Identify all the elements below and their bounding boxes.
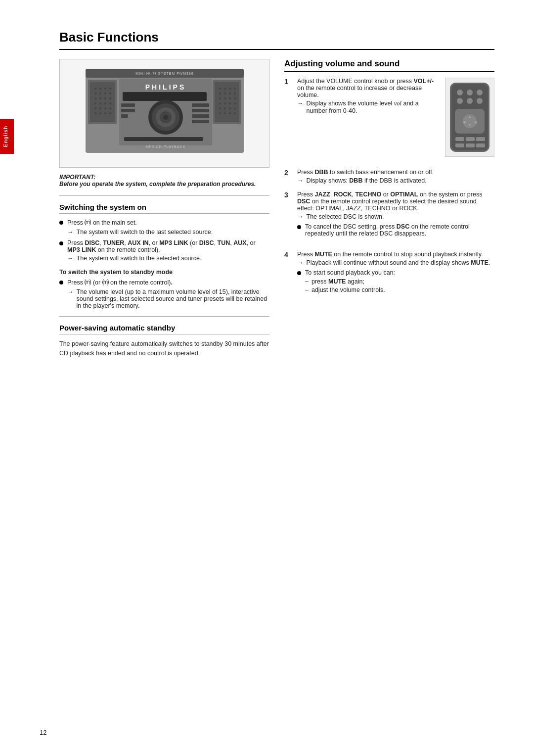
- dash-text-1: press MUTE again;: [312, 278, 364, 285]
- item-2-text: Press DBB to switch bass enhancement on …: [297, 169, 494, 176]
- svg-point-68: [219, 112, 221, 114]
- item-1-content: ▲ ▼ ◀ ▶: [297, 78, 494, 162]
- num-3: 3: [284, 191, 292, 244]
- left-column: MINI HI-FI SYSTEM FWM386: [59, 59, 269, 358]
- svg-point-18: [99, 102, 101, 104]
- item-4-arrow-text: Playback will continue without sound and…: [307, 259, 490, 266]
- dash-item-2: – adjust the volume controls.: [305, 286, 494, 293]
- item-1-arrow-text: Display shows the volume level vol and a…: [307, 100, 440, 114]
- arrow-sym-standby: →: [67, 288, 74, 309]
- dash-list: – press MUTE again; – adjust the volume …: [305, 278, 494, 293]
- svg-point-53: [224, 93, 226, 94]
- item-4-extra: To start sound playback you can: – press…: [297, 269, 494, 295]
- svg-point-48: [219, 88, 221, 90]
- sidebar-tab-label: English: [3, 126, 8, 147]
- svg-point-13: [94, 97, 96, 99]
- remote-image: ▲ ▼ ◀ ▶: [445, 78, 494, 157]
- svg-point-12: [109, 93, 111, 94]
- arrow-sym-item2: →: [297, 177, 304, 184]
- svg-point-75: [467, 90, 473, 95]
- svg-rect-44: [192, 120, 209, 123]
- svg-point-24: [109, 107, 111, 109]
- svg-point-65: [224, 107, 226, 109]
- svg-rect-47: [215, 82, 239, 122]
- item-4-content: Press MUTE on the remote control to stop…: [297, 251, 494, 302]
- vol-display: vol: [394, 100, 401, 107]
- svg-point-54: [229, 93, 231, 94]
- svg-point-21: [94, 107, 96, 109]
- bullet-dot-2: [59, 241, 63, 245]
- item-3-extra: To cancel the DSC setting, press DSC on …: [297, 223, 494, 237]
- svg-point-60: [219, 102, 221, 104]
- item-4-bullet-content: To start sound playback you can: – press…: [305, 269, 494, 295]
- item-4-bullet: To start sound playback you can: – press…: [297, 269, 494, 295]
- svg-point-57: [224, 97, 226, 99]
- device-image: MINI HI-FI SYSTEM FWM386: [59, 59, 269, 168]
- item-2-arrow: → Display shows: DBB if the DBB is activ…: [297, 177, 494, 184]
- svg-rect-41: [192, 103, 209, 107]
- svg-rect-40: [124, 137, 203, 141]
- adjusting-item-1: 1: [284, 78, 494, 162]
- dash-sym-2: –: [305, 286, 309, 293]
- svg-point-76: [477, 90, 483, 95]
- svg-point-6: [99, 88, 101, 90]
- bullet-dot-3: [297, 225, 301, 229]
- bullet-1-content: Press ⒨ on the main set. → The system wi…: [67, 219, 269, 236]
- bullet-dot-1: [59, 221, 63, 225]
- svg-point-50: [229, 88, 231, 90]
- svg-rect-90: [466, 143, 475, 147]
- svg-point-59: [234, 97, 236, 99]
- svg-rect-34: [121, 114, 128, 118]
- svg-rect-86: [455, 137, 464, 141]
- svg-point-16: [109, 97, 111, 99]
- switching-bullet-2: Press DISC, TUNER, AUX IN, or MP3 LINK (…: [59, 239, 269, 262]
- svg-point-23: [104, 107, 106, 109]
- adjusting-heading: Adjusting volume and sound: [284, 59, 494, 72]
- item-3-content: Press JAZZ, ROCK, TECHNO or OPTIMAL on t…: [297, 191, 494, 244]
- bullet-1-text: Press ⒨ on the main set.: [67, 219, 269, 227]
- svg-point-71: [234, 112, 236, 114]
- svg-point-20: [109, 102, 111, 104]
- standby-bullet-1: Press ⒨ (or ⒨ on the remote control). → …: [59, 279, 269, 309]
- num-2: 2: [284, 169, 292, 184]
- svg-point-22: [99, 107, 101, 109]
- remote-svg: ▲ ▼ ◀ ▶: [447, 80, 492, 154]
- bullet-2-content: Press DISC, TUNER, AUX IN, or MP3 LINK (…: [67, 239, 269, 262]
- svg-rect-88: [476, 137, 485, 141]
- svg-rect-42: [192, 109, 209, 112]
- svg-point-28: [109, 112, 111, 114]
- svg-point-74: [457, 90, 463, 95]
- svg-point-39: [163, 115, 168, 120]
- power-saving-heading: Power-saving automatic standby: [59, 324, 269, 334]
- svg-point-64: [219, 107, 221, 109]
- main-content: MINI HI-FI SYSTEM FWM386: [59, 59, 494, 358]
- item-3-arrow-text: The selected DSC is shown.: [307, 213, 384, 220]
- svg-rect-89: [455, 143, 464, 147]
- standby-sub-heading: To switch the system to standby mode: [59, 269, 269, 276]
- svg-point-55: [234, 93, 236, 94]
- svg-point-63: [234, 102, 236, 104]
- bullet-dot-standby: [59, 281, 63, 284]
- svg-point-58: [229, 97, 231, 99]
- num-4: 4: [284, 251, 292, 302]
- right-column: Adjusting volume and sound 1: [284, 59, 494, 358]
- svg-point-77: [457, 98, 463, 104]
- item-2-content: Press DBB to switch bass enhancement on …: [297, 169, 494, 184]
- standby-bullets: Press ⒨ (or ⒨ on the remote control). → …: [59, 279, 269, 309]
- adjusting-heading-text: Adjusting volume and sound: [284, 59, 400, 68]
- svg-point-17: [94, 102, 96, 104]
- item-3-bullet-content: To cancel the DSC setting, press DSC on …: [305, 223, 494, 237]
- svg-rect-91: [476, 143, 485, 147]
- adjusting-item-2: 2 Press DBB to switch bass enhancement o…: [284, 169, 494, 184]
- svg-point-7: [104, 88, 106, 90]
- important-note: IMPORTANT: Before you operate the system…: [59, 174, 269, 188]
- svg-text:▼: ▼: [468, 123, 472, 127]
- svg-point-14: [99, 97, 101, 99]
- divider-1: [59, 195, 269, 196]
- svg-point-69: [224, 112, 226, 114]
- svg-point-8: [109, 88, 111, 90]
- svg-point-66: [229, 107, 231, 109]
- svg-point-27: [104, 112, 106, 114]
- bullet-1-arrow: → The system will switch to the last sel…: [67, 229, 269, 236]
- svg-point-11: [104, 93, 106, 94]
